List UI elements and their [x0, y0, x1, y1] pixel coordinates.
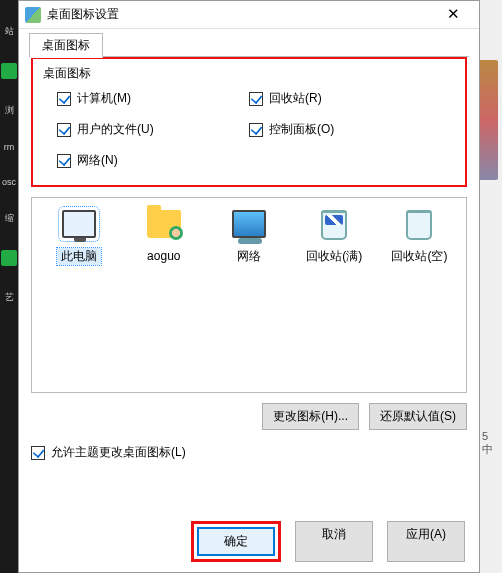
checkbox-icon[interactable] — [31, 446, 45, 460]
section-title: 桌面图标 — [43, 65, 455, 82]
preview-this-pc[interactable]: 此电脑 — [40, 210, 117, 380]
desktop-left-strip: 站 浏 rm osc 缩 艺 — [0, 0, 18, 573]
highlight-box-ok: 确定 — [191, 521, 281, 562]
recycle-bin-full-icon — [321, 210, 347, 240]
bg-icon — [1, 63, 17, 79]
check-recycle-bin[interactable]: 回收站(R) — [249, 90, 455, 107]
titlebar[interactable]: 桌面图标设置 ✕ — [19, 1, 479, 29]
icon-preview-panel: 此电脑 aoguo 网络 回收站(满) 回收站(空) — [31, 197, 467, 393]
bg-photo-sliver — [478, 60, 498, 180]
bg-icon — [1, 250, 17, 266]
network-icon — [232, 210, 266, 238]
checkbox-icon[interactable] — [57, 154, 71, 168]
check-user-files[interactable]: 用户的文件(U) — [43, 121, 249, 138]
checkbox-icon[interactable] — [57, 92, 71, 106]
check-network[interactable]: 网络(N) — [43, 152, 249, 169]
cancel-button[interactable]: 取消 — [295, 521, 373, 562]
checkbox-icon[interactable] — [249, 92, 263, 106]
computer-icon — [62, 210, 96, 238]
system-icon — [25, 7, 41, 23]
preview-network[interactable]: 网络 — [210, 210, 287, 380]
ok-button[interactable]: 确定 — [197, 527, 275, 556]
allow-theme-row[interactable]: 允许主题更改桌面图标(L) — [31, 444, 467, 461]
checkbox-icon[interactable] — [57, 123, 71, 137]
check-computer[interactable]: 计算机(M) — [43, 90, 249, 107]
preview-user-folder[interactable]: aoguo — [125, 210, 202, 380]
desktop-icon-settings-dialog: 桌面图标设置 ✕ 桌面图标 桌面图标 计算机(M) 回收站(R) 用户的文件(U… — [18, 0, 480, 573]
dialog-title: 桌面图标设置 — [47, 6, 433, 23]
preview-recycle-full[interactable]: 回收站(满) — [296, 210, 373, 380]
check-control-panel[interactable]: 控制面板(O) — [249, 121, 455, 138]
recycle-bin-empty-icon — [406, 210, 432, 240]
user-folder-icon — [147, 210, 181, 238]
preview-recycle-empty[interactable]: 回收站(空) — [381, 210, 458, 380]
restore-defaults-button[interactable]: 还原默认值(S) — [369, 403, 467, 430]
dialog-button-row: 确定 取消 应用(A) — [19, 521, 479, 562]
change-icon-button[interactable]: 更改图标(H)... — [262, 403, 359, 430]
tab-strip: 桌面图标 — [29, 33, 479, 57]
checkbox-icon[interactable] — [249, 123, 263, 137]
tab-desktop-icons[interactable]: 桌面图标 — [29, 33, 103, 58]
close-button[interactable]: ✕ — [433, 2, 473, 28]
highlight-box-checks: 桌面图标 计算机(M) 回收站(R) 用户的文件(U) 控制面板(O) — [31, 57, 467, 187]
apply-button[interactable]: 应用(A) — [387, 521, 465, 562]
background-right-strip: 5 中 re 下 — [478, 0, 502, 573]
